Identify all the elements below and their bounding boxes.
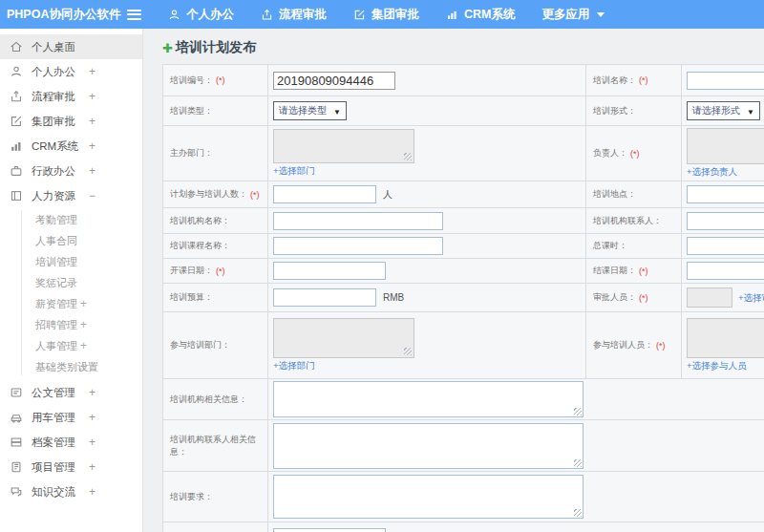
expand-toggle[interactable]: +	[89, 485, 96, 499]
select-approver-link[interactable]: +选择审批人员	[738, 292, 764, 305]
user-icon	[10, 65, 23, 78]
resize-grip-icon	[574, 408, 582, 415]
expand-toggle[interactable]: +	[89, 115, 96, 128]
org-contact-info-textarea[interactable]	[273, 423, 584, 469]
expand-toggle[interactable]: +	[89, 386, 96, 399]
sidebar-item-group-approval[interactable]: 集团审批 +	[0, 109, 142, 134]
sidebar-subitem-recruit[interactable]: 招聘管理 +	[0, 314, 142, 335]
sidebar-item-desktop[interactable]: 个人桌面	[0, 34, 142, 59]
attachment-input[interactable]	[273, 528, 386, 532]
expand-toggle[interactable]: +	[80, 360, 87, 373]
expand-toggle[interactable]: +	[89, 65, 96, 78]
expand-toggle[interactable]: +	[80, 297, 87, 310]
requirements-textarea[interactable]	[273, 475, 584, 519]
expand-toggle[interactable]: +	[89, 436, 96, 449]
workflow-icon	[10, 90, 23, 103]
host-dept-label: 主办部门：	[163, 126, 268, 181]
menu-toggle-icon[interactable]	[127, 10, 141, 20]
expand-toggle[interactable]: +	[80, 318, 87, 331]
collapse-toggle[interactable]: −	[89, 189, 96, 202]
sidebar-subitem-personnel[interactable]: 人事管理 +	[0, 335, 142, 356]
end-date-input[interactable]	[687, 262, 764, 280]
app-title: PHPOA协同办公软件	[0, 7, 127, 23]
nav-more-apps[interactable]: 更多应用	[541, 7, 605, 23]
expand-toggle[interactable]: +	[89, 460, 96, 474]
sidebar-item-label: 个人桌面	[32, 40, 75, 54]
caret-down-icon	[327, 106, 341, 117]
nav-personal-office[interactable]: 个人办公	[168, 7, 234, 23]
org-info-textarea[interactable]	[273, 381, 584, 417]
sidebar-item-project[interactable]: 项目管理 +	[0, 455, 142, 479]
training-form: 培训编号：(*) 培训名称：(*) 培训类型： 请选择类型	[162, 64, 764, 532]
sidebar-subitem-training[interactable]: 培训管理	[0, 251, 142, 272]
sidebar-subitem-label: 考勤管理	[35, 213, 77, 227]
sidebar-item-docs[interactable]: 公文管理 +	[0, 380, 142, 405]
sidebar-item-label: 人力资源	[32, 189, 75, 203]
sidebar-subitem-base-category[interactable]: 基础类别设置 +	[0, 356, 142, 377]
expand-toggle[interactable]: +	[80, 339, 87, 352]
training-type-label: 培训类型：	[163, 96, 268, 125]
select-leader-link[interactable]: +选择负责人	[687, 166, 737, 179]
sidebar-subitem-rewards[interactable]: 奖惩记录	[0, 272, 142, 293]
sidebar-subitem-label: 奖惩记录	[35, 276, 77, 290]
nav-workflow-approval[interactable]: 流程审批	[261, 7, 327, 23]
approver-label: 审批人员：(*)	[586, 284, 682, 311]
sidebar-item-knowledge[interactable]: 知识交流 +	[0, 479, 142, 504]
sidebar-item-archive[interactable]: 档案管理 +	[0, 430, 142, 455]
sidebar-item-personal-office[interactable]: 个人办公 +	[0, 59, 142, 84]
sidebar-item-label: 档案管理	[32, 436, 75, 450]
sidebar-item-workflow-approval[interactable]: 流程审批 +	[0, 84, 142, 109]
page-title-text: 培训计划发布	[176, 39, 256, 56]
budget-input[interactable]	[273, 288, 376, 307]
nav-group-approval[interactable]: 集团审批	[353, 7, 419, 23]
sidebar-item-admin-office[interactable]: 行政办公 +	[0, 159, 142, 183]
archive-icon	[10, 436, 23, 449]
attachment-label: 附件文档：	[163, 522, 268, 532]
planned-count-input[interactable]	[273, 185, 376, 203]
training-no-input[interactable]	[273, 72, 395, 90]
course-name-input[interactable]	[273, 237, 443, 255]
training-name-input[interactable]	[687, 72, 764, 90]
select-join-people-link[interactable]: +选择参与人员	[687, 360, 747, 372]
host-dept-box	[273, 129, 414, 163]
selected-value: 请选择类型	[279, 104, 327, 117]
user-icon	[168, 9, 180, 21]
expand-toggle[interactable]: +	[89, 90, 96, 103]
org-info-label: 培训机构相关信息：	[163, 379, 268, 419]
org-contact-input[interactable]	[687, 212, 764, 230]
document-icon	[10, 386, 23, 399]
nav-label: CRM系统	[464, 7, 515, 23]
sidebar-subitem-hr-contract[interactable]: 人事合同	[0, 230, 142, 251]
expand-toggle[interactable]: +	[89, 139, 96, 153]
expand-toggle[interactable]: +	[89, 411, 96, 424]
sidebar-item-vehicle[interactable]: 用车管理 +	[0, 405, 142, 430]
location-input[interactable]	[687, 185, 764, 203]
start-date-input[interactable]	[273, 262, 386, 280]
hr-book-icon	[10, 189, 23, 202]
sidebar-item-label: 流程审批	[32, 90, 75, 104]
sidebar-subitem-label: 人事合同	[35, 234, 77, 248]
expand-toggle[interactable]: +	[89, 164, 96, 178]
selected-value: 请选择形式	[692, 104, 740, 117]
sidebar-subitem-attendance[interactable]: 考勤管理	[0, 209, 142, 230]
sidebar-subitem-salary[interactable]: 薪资管理 +	[0, 293, 142, 314]
training-form-select[interactable]: 请选择形式	[687, 101, 760, 120]
bar-chart-icon	[10, 139, 23, 153]
org-contact-info-label: 培训机构联系人相关信息：	[163, 420, 268, 471]
end-date-label: 结课日期：(*)	[586, 259, 682, 283]
sidebar-item-hr[interactable]: 人力资源 −	[0, 183, 142, 208]
page-title: ✚ 培训计划发布	[162, 39, 764, 56]
sidebar-subitem-label: 招聘管理	[35, 318, 77, 332]
sidebar-item-label: 个人办公	[32, 65, 75, 79]
nav-crm[interactable]: CRM系统	[446, 7, 515, 23]
leader-label: 负责人：(*)	[586, 126, 682, 181]
training-type-select[interactable]: 请选择类型	[273, 101, 347, 120]
nav-label: 流程审批	[279, 7, 327, 23]
budget-label: 培训预算：	[163, 284, 268, 311]
sidebar-item-crm[interactable]: CRM系统 +	[0, 134, 142, 159]
select-dept-link[interactable]: +选择部门	[273, 165, 315, 178]
sidebar-item-label: CRM系统	[32, 139, 78, 154]
org-name-input[interactable]	[273, 212, 443, 230]
total-hours-input[interactable]	[687, 237, 764, 255]
select-join-dept-link[interactable]: +选择部门	[273, 360, 315, 372]
